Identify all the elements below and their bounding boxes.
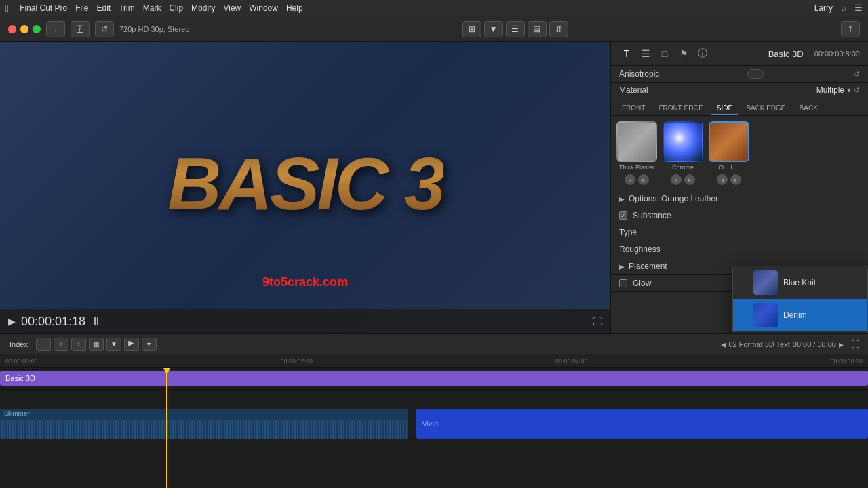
- reset-aniso-icon[interactable]: ↺: [854, 70, 860, 79]
- tl-clip-name: 02 Format 3D Text: [728, 340, 789, 348]
- triangle-icon: ▶: [619, 195, 625, 203]
- tl-ctrl-3[interactable]: ↕: [71, 338, 86, 351]
- viewer: BASIC 3 9to5crack.com ▶ 00:00:01:18 ⏸ ⛶: [0, 42, 610, 333]
- key-button[interactable]: ⚿: [71, 21, 90, 37]
- tl-next-btn[interactable]: ▸: [839, 339, 844, 350]
- menu-trim[interactable]: Trim: [119, 3, 135, 13]
- text-inspector-tab[interactable]: T: [619, 46, 634, 61]
- swatch-chrome-label: Chrome: [672, 164, 694, 171]
- tl-ctrl-2[interactable]: ⦀: [54, 338, 68, 351]
- orange-prev-btn[interactable]: ◂: [717, 174, 728, 185]
- glow-checkbox[interactable]: [619, 279, 627, 287]
- video-text-3d: BASIC 3: [167, 140, 443, 226]
- glimmer-clip[interactable]: Glimmer: [0, 409, 408, 439]
- grid-view-btn[interactable]: ⊞: [462, 21, 481, 37]
- menu-clip[interactable]: Clip: [169, 3, 183, 13]
- toolbar: ↓ ⚿ ↺ 720p HD 30p, Stereo ⊞ ▼ ☰ ▤ ⇵ ⤒: [0, 16, 868, 42]
- tab-front[interactable]: FRONT: [616, 102, 650, 115]
- roughness-row: Roughness: [611, 241, 868, 258]
- dropdown-item-denim[interactable]: Denim: [733, 299, 867, 331]
- view-controls: ⊞ ▼ ☰ ▤ ⇵: [462, 21, 568, 37]
- maximize-button[interactable]: [33, 25, 41, 33]
- chrome-next-btn[interactable]: ▸: [684, 174, 695, 185]
- vivid-clip[interactable]: Vivid: [416, 409, 868, 439]
- watermark: 9to5crack.com: [262, 275, 348, 289]
- tl-prev-btn[interactable]: ◂: [721, 339, 726, 350]
- menu-file[interactable]: File: [75, 3, 88, 13]
- menu-view[interactable]: View: [223, 3, 241, 13]
- pause-icon[interactable]: ⏸: [91, 315, 102, 327]
- playhead[interactable]: [166, 368, 167, 488]
- menubar:  Final Cut Pro File Edit Trim Mark Clip…: [0, 0, 868, 16]
- play-button[interactable]: ▶: [8, 316, 16, 327]
- tab-side[interactable]: SIDE: [711, 102, 738, 115]
- options-row[interactable]: ▶ Options: Orange Leather: [611, 190, 868, 207]
- traffic-lights: [8, 25, 41, 33]
- type-label: Type: [619, 228, 860, 237]
- glow-label: Glow: [633, 279, 651, 288]
- menu-edit[interactable]: Edit: [97, 3, 111, 13]
- ruler-mark-3: 00:00:06:00: [830, 358, 863, 365]
- tab-back-edge[interactable]: BACK EDGE: [741, 102, 791, 115]
- options-label: Options: Orange Leather: [629, 194, 718, 203]
- tl-ctrl-4[interactable]: ▦: [89, 338, 104, 351]
- anisotropic-row: Anisotropic ↺: [611, 66, 868, 83]
- menu-finalcutpro[interactable]: Final Cut Pro: [20, 3, 67, 13]
- inspector-btn[interactable]: ⇵: [549, 21, 568, 37]
- menu-expand-icon[interactable]: ☰: [854, 3, 863, 13]
- tl-ctrl-1[interactable]: ☰: [36, 338, 51, 351]
- timeline-ruler: 00:00:00:00 00:00:02:00 00:00:04:00 00:0…: [0, 354, 868, 368]
- basic3d-clip[interactable]: Basic 3D: [0, 371, 868, 386]
- reset-material-icon[interactable]: ↺: [854, 86, 860, 95]
- orange-next-btn[interactable]: ▸: [730, 174, 741, 185]
- material-dropdown-icon[interactable]: ▾: [847, 85, 851, 95]
- search-icon[interactable]: ⌕: [841, 3, 846, 13]
- tl-ctrl-cursor[interactable]: ⯈: [124, 338, 139, 351]
- playhead-timecode: 00:00:01:18: [21, 314, 85, 329]
- menu-window[interactable]: Window: [249, 3, 278, 13]
- expand-btn[interactable]: ▼: [484, 21, 503, 37]
- apple-logo[interactable]: : [5, 3, 9, 14]
- list-inspector-tab[interactable]: ☰: [638, 46, 653, 61]
- index-button[interactable]: Index: [5, 339, 32, 350]
- main-area: BASIC 3 9to5crack.com ▶ 00:00:01:18 ⏸ ⛶ …: [0, 42, 868, 488]
- video-info: 720p HD 30p, Stereo: [119, 25, 189, 33]
- tl-ctrl-arrow[interactable]: ▾: [142, 338, 157, 351]
- menu-mark[interactable]: Mark: [143, 3, 161, 13]
- menu-help[interactable]: Help: [286, 3, 303, 13]
- inspector-title: Basic 3D: [768, 49, 804, 59]
- swatch-thick-plaster[interactable]: Thick Plaster ◂ ▸: [616, 121, 657, 185]
- export-btn[interactable]: ⤒: [841, 21, 860, 37]
- swatch-chrome[interactable]: Chrome ◂ ▸: [663, 121, 703, 185]
- save-button[interactable]: ↓: [46, 21, 65, 37]
- list-view-btn[interactable]: ☰: [506, 21, 525, 37]
- placement-label: Placement: [629, 262, 667, 271]
- tl-timecodes: ◂ 02 Format 3D Text 08:00 / 08:00 ▸: [721, 339, 844, 350]
- minimize-button[interactable]: [20, 25, 28, 33]
- material-dropdown: Blue Knit Denim Jacquard ✓: [732, 266, 868, 333]
- track-secondary-content: Glimmer Vivid: [0, 390, 868, 438]
- substance-label: Substance: [633, 211, 671, 220]
- dropdown-item-blue-knit[interactable]: Blue Knit: [733, 266, 867, 299]
- swatch-prev-btn[interactable]: ◂: [625, 174, 635, 185]
- track-secondary: Glimmer Vivid: [0, 390, 868, 439]
- dropdown-item-jacquard[interactable]: Jacquard: [733, 331, 867, 333]
- substance-checkbox[interactable]: ✓: [619, 211, 627, 220]
- tl-fullscreen-btn[interactable]: ⛶: [848, 338, 863, 351]
- info-inspector-tab[interactable]: ⓘ: [695, 46, 710, 61]
- swatch-orange[interactable]: O... L... ◂ ▸: [709, 121, 749, 185]
- swatch-next-btn[interactable]: ▸: [638, 174, 649, 185]
- close-button[interactable]: [8, 25, 16, 33]
- anisotropic-toggle[interactable]: [747, 69, 764, 79]
- refresh-button[interactable]: ↺: [95, 21, 114, 37]
- chrome-prev-btn[interactable]: ◂: [671, 174, 682, 185]
- menu-modify[interactable]: Modify: [191, 3, 215, 13]
- ruler-mark-0: 00:00:00:00: [5, 358, 38, 365]
- flag-inspector-tab[interactable]: ⚑: [676, 46, 691, 61]
- rect-inspector-tab[interactable]: □: [657, 46, 672, 61]
- tl-ctrl-5[interactable]: ▼: [106, 338, 121, 351]
- tab-front-edge[interactable]: FRONT EDGE: [653, 102, 708, 115]
- clip-view-btn[interactable]: ▤: [528, 21, 547, 37]
- tab-back[interactable]: BACK: [794, 102, 823, 115]
- fullscreen-icon[interactable]: ⛶: [593, 316, 602, 327]
